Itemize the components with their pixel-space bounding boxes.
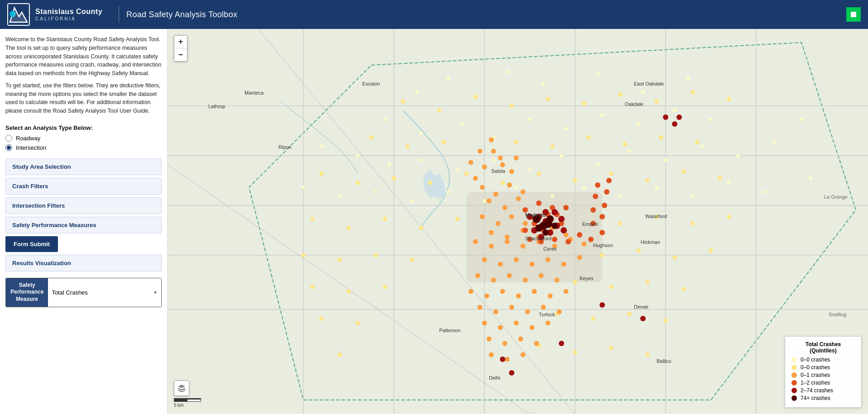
accordion-intersection-filters[interactable]: Intersection Filters bbox=[5, 197, 162, 214]
main-area: Welcome to the Stanislaus County Road Sa… bbox=[0, 29, 868, 414]
svg-point-209 bbox=[545, 212, 551, 217]
svg-point-62 bbox=[655, 186, 658, 189]
svg-point-194 bbox=[557, 309, 562, 314]
svg-point-235 bbox=[531, 227, 537, 233]
svg-point-190 bbox=[494, 309, 499, 314]
svg-point-48 bbox=[700, 145, 704, 148]
svg-text:Delhi: Delhi bbox=[489, 375, 500, 381]
svg-point-64 bbox=[727, 181, 731, 185]
svg-point-22 bbox=[505, 70, 509, 74]
svg-point-45 bbox=[596, 163, 599, 167]
svg-point-27 bbox=[383, 118, 387, 121]
svg-point-220 bbox=[566, 239, 571, 244]
svg-point-212 bbox=[554, 212, 560, 217]
svg-point-228 bbox=[593, 194, 598, 199]
svg-point-191 bbox=[509, 305, 514, 310]
svg-rect-4 bbox=[851, 12, 856, 17]
svg-point-117 bbox=[346, 289, 351, 294]
svg-point-156 bbox=[505, 235, 510, 240]
zoom-in-button[interactable]: + bbox=[174, 36, 187, 48]
svg-point-176 bbox=[475, 273, 480, 278]
legend-title: Total Crashes(Quintiles) bbox=[791, 341, 855, 354]
svg-point-36 bbox=[709, 118, 713, 121]
measure-select-wrapper[interactable]: Total Crashes Fatal Crashes Injury Crash… bbox=[48, 278, 161, 307]
svg-point-174 bbox=[561, 262, 566, 267]
map-container[interactable]: Lathrop Manteca Escalon East Oakdale Oak… bbox=[168, 29, 868, 414]
svg-point-92 bbox=[500, 181, 505, 185]
legend-item-3: 1–2 crashes bbox=[791, 380, 855, 386]
radio-intersection-input[interactable] bbox=[5, 144, 12, 151]
svg-point-44 bbox=[560, 154, 563, 157]
svg-point-182 bbox=[469, 289, 474, 294]
legend-color-0 bbox=[791, 357, 797, 362]
radio-roadway-input[interactable] bbox=[5, 135, 12, 142]
results-visualization-button[interactable]: Results Visualization bbox=[5, 255, 162, 271]
svg-point-119 bbox=[573, 280, 577, 285]
layer-control-button[interactable] bbox=[174, 381, 189, 396]
svg-point-234 bbox=[542, 218, 549, 224]
svg-point-132 bbox=[609, 346, 614, 350]
svg-point-99 bbox=[310, 217, 315, 221]
svg-point-232 bbox=[527, 214, 533, 220]
accordion-study-area[interactable]: Study Area Selection bbox=[5, 158, 162, 175]
corner-button[interactable] bbox=[846, 7, 861, 22]
svg-point-21 bbox=[446, 77, 450, 81]
svg-rect-5 bbox=[168, 29, 868, 414]
svg-point-159 bbox=[550, 226, 555, 231]
svg-text:Snelling: Snelling bbox=[829, 312, 846, 317]
svg-point-81 bbox=[514, 140, 518, 144]
svg-point-201 bbox=[503, 341, 508, 346]
radio-roadway[interactable]: Roadway bbox=[5, 135, 162, 142]
radio-intersection[interactable]: Intersection bbox=[5, 144, 162, 151]
svg-point-116 bbox=[310, 285, 315, 289]
svg-text:Empire: Empire bbox=[582, 221, 598, 227]
svg-point-221 bbox=[577, 232, 582, 238]
svg-point-160 bbox=[564, 233, 569, 238]
svg-point-20 bbox=[415, 90, 418, 94]
accordion-safety-performance[interactable]: Safety Performance Measures bbox=[5, 217, 162, 233]
county-name: Stanislaus County bbox=[35, 7, 102, 16]
svg-point-61 bbox=[619, 195, 622, 198]
accordion-crash-filters[interactable]: Crash Filters bbox=[5, 178, 162, 195]
svg-point-210 bbox=[532, 221, 537, 226]
svg-point-249 bbox=[551, 223, 558, 229]
svg-point-31 bbox=[528, 118, 532, 121]
svg-point-90 bbox=[428, 181, 432, 185]
svg-point-67 bbox=[401, 99, 405, 104]
svg-point-57 bbox=[483, 199, 486, 203]
intro-paragraph-1: Welcome to the Stanislaus County Road Sa… bbox=[5, 35, 162, 78]
svg-point-214 bbox=[550, 205, 555, 210]
svg-point-211 bbox=[541, 228, 546, 233]
svg-point-183 bbox=[484, 294, 489, 299]
form-submit-button[interactable]: Form Submit bbox=[5, 236, 58, 252]
legend-color-5 bbox=[791, 395, 797, 401]
svg-point-229 bbox=[604, 189, 609, 195]
radio-intersection-label: Intersection bbox=[16, 144, 46, 151]
svg-point-172 bbox=[530, 262, 535, 267]
svg-point-203 bbox=[534, 341, 539, 346]
svg-point-150 bbox=[516, 196, 521, 201]
svg-text:Ripon: Ripon bbox=[278, 144, 292, 150]
svg-point-30 bbox=[492, 136, 495, 139]
svg-point-130 bbox=[537, 343, 541, 348]
svg-point-89 bbox=[392, 176, 396, 181]
svg-point-147 bbox=[521, 190, 526, 195]
svg-point-236 bbox=[538, 234, 544, 240]
zoom-out-button[interactable]: − bbox=[174, 48, 187, 61]
svg-point-114 bbox=[672, 255, 677, 260]
svg-point-124 bbox=[355, 321, 360, 325]
legend-color-4 bbox=[791, 388, 797, 393]
legend-label-1: 0–0 crashes bbox=[801, 364, 830, 371]
scale-bar: 5 km bbox=[174, 398, 201, 408]
svg-point-55 bbox=[410, 199, 414, 203]
svg-point-243 bbox=[542, 209, 549, 215]
header-divider bbox=[119, 6, 119, 23]
svg-point-204 bbox=[489, 352, 494, 357]
svg-point-218 bbox=[538, 239, 544, 244]
measure-select-input[interactable]: Total Crashes Fatal Crashes Injury Crash… bbox=[48, 286, 161, 299]
measure-selector: Safety Performance Measure Total Crashes… bbox=[5, 278, 162, 307]
scale-label: 5 km bbox=[174, 403, 184, 408]
svg-point-71 bbox=[546, 97, 550, 101]
legend-item-4: 2–74 crashes bbox=[791, 387, 855, 394]
legend-color-3 bbox=[791, 380, 797, 385]
